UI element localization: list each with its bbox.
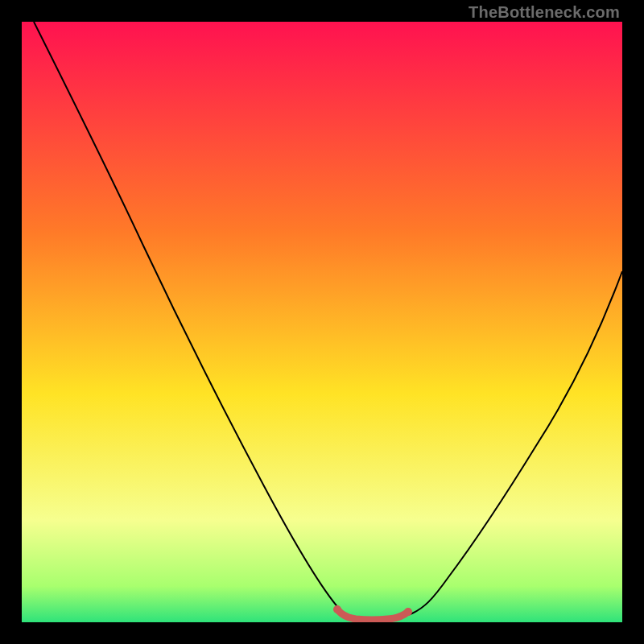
watermark-label: TheBottleneck.com: [469, 3, 620, 22]
plot-area: [22, 22, 622, 622]
bottleneck-curve: [34, 22, 622, 619]
flat-segment-start-dot: [333, 605, 341, 613]
flat-bottom-segment: [337, 609, 408, 620]
flat-segment-end-dot: [404, 608, 412, 616]
chart-stage: TheBottleneck.com: [0, 0, 644, 644]
curve-layer: [22, 22, 622, 622]
